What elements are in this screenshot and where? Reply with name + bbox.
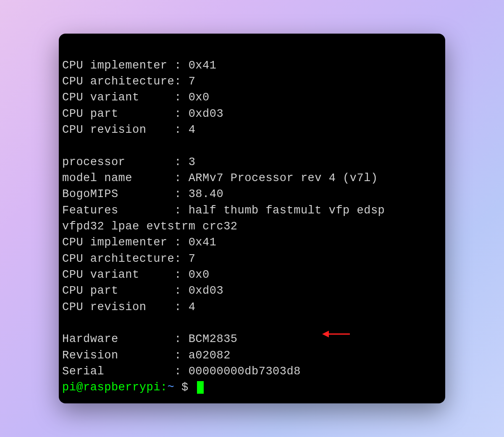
output-line: CPU variant : 0x0 bbox=[62, 91, 210, 104]
output-line: processor : 3 bbox=[62, 156, 195, 168]
output-line: CPU revision : 4 bbox=[62, 124, 195, 136]
output-line: CPU architecture: 7 bbox=[62, 75, 195, 88]
output-line: Hardware : BCM2835 bbox=[62, 333, 238, 345]
output-line: CPU part : 0xd03 bbox=[62, 108, 223, 120]
output-line: CPU architecture: 7 bbox=[62, 253, 195, 265]
terminal-output: CPU implementer : 0x41 CPU architecture:… bbox=[62, 41, 442, 395]
output-line: CPU implementer : 0x41 bbox=[62, 59, 216, 72]
terminal-window[interactable]: CPU implementer : 0x41 CPU architecture:… bbox=[59, 34, 445, 403]
output-line: CPU revision : 4 bbox=[62, 301, 195, 313]
output-line: CPU part : 0xd03 bbox=[62, 284, 223, 297]
output-line: Revision : a02082 bbox=[62, 349, 231, 362]
output-line: CPU implementer : 0x41 bbox=[62, 236, 216, 249]
output-line: BogoMIPS : 38.40 bbox=[62, 188, 223, 200]
output-line: Serial : 00000000db7303d8 bbox=[62, 365, 301, 378]
output-line: vfpd32 lpae evtstrm crc32 bbox=[62, 220, 238, 233]
prompt-separator: : bbox=[160, 381, 168, 394]
output-line: CPU variant : 0x0 bbox=[62, 269, 210, 281]
output-line: model name : ARMv7 Processor rev 4 (v7l) bbox=[62, 172, 378, 184]
output-line: Features : half thumb fastmult vfp edsp bbox=[62, 204, 385, 217]
prompt-path: ~ bbox=[168, 381, 175, 394]
terminal-cursor[interactable] bbox=[197, 381, 204, 394]
prompt-user-host: pi@raspberrypi bbox=[62, 381, 160, 394]
prompt-symbol: $ bbox=[174, 381, 195, 394]
